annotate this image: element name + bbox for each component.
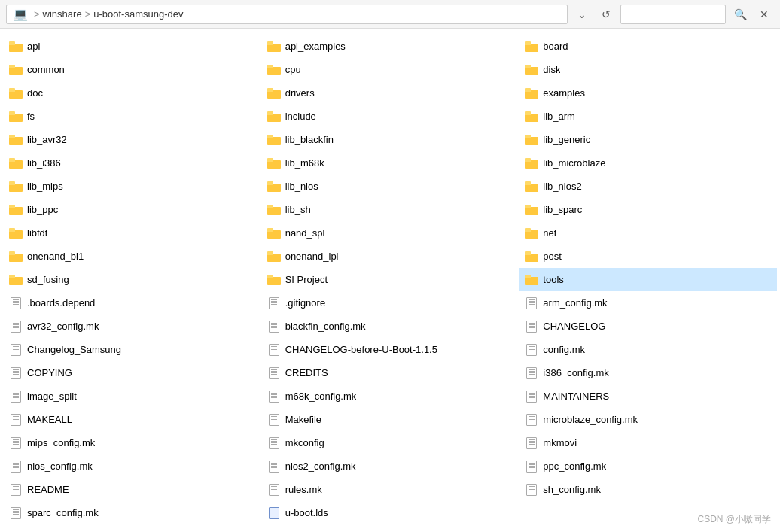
list-item[interactable]: lib_ppc	[3, 198, 261, 221]
path-part-uboot[interactable]: u-boot-samsung-dev	[93, 8, 183, 20]
list-item[interactable]: disk	[519, 58, 777, 81]
folder-icon	[525, 63, 538, 77]
list-item[interactable]: u-boot.lds	[261, 501, 519, 524]
file-icon	[9, 390, 23, 403]
list-item[interactable]: Changelog_Samsung	[3, 338, 261, 361]
file-icon	[525, 413, 538, 427]
search-button[interactable]: 🔍	[730, 5, 750, 24]
list-item[interactable]: include	[261, 105, 519, 128]
list-item[interactable]: MAKEALL	[3, 408, 261, 431]
path-part-winshare[interactable]: winshare	[43, 8, 82, 20]
list-item[interactable]: Makefile	[261, 408, 519, 431]
list-item[interactable]: sh_config.mk	[519, 478, 777, 501]
list-item[interactable]: examples	[519, 81, 777, 105]
file-name-label: CHANGELOG	[543, 321, 605, 332]
list-item[interactable]: lib_m68k	[261, 151, 519, 175]
list-item[interactable]: cpu	[261, 58, 519, 81]
list-item[interactable]: CREDITS	[261, 361, 519, 385]
list-item[interactable]: lib_microblaze	[519, 151, 777, 175]
list-item[interactable]: nand_spl	[261, 221, 519, 245]
file-name-label: doc	[27, 87, 43, 99]
list-item[interactable]: i386_config.mk	[519, 361, 777, 385]
list-item[interactable]: onenand_ipl	[261, 245, 519, 268]
file-icon	[267, 460, 281, 473]
list-item[interactable]: fs	[3, 105, 261, 128]
list-item[interactable]: SI Project	[261, 268, 519, 291]
list-item[interactable]: libfdt	[3, 221, 261, 245]
list-item[interactable]: image_split	[3, 385, 261, 408]
list-item[interactable]: nios2_config.mk	[261, 454, 519, 478]
file-name-label: README	[27, 484, 69, 495]
folder-icon	[9, 250, 23, 263]
list-item[interactable]: common	[3, 58, 261, 81]
search-input[interactable]	[620, 5, 726, 24]
file-icon	[525, 320, 538, 333]
list-item[interactable]: .boards.depend	[3, 291, 261, 315]
folder-icon	[267, 40, 281, 53]
file-name-label: board	[543, 41, 568, 52]
list-item[interactable]: mips_config.mk	[3, 431, 261, 454]
file-name-label: lib_nios2	[543, 181, 581, 192]
folder-icon	[9, 133, 23, 147]
list-item[interactable]: mkmovi	[519, 431, 777, 454]
folder-icon	[9, 180, 23, 193]
list-item[interactable]: drivers	[261, 81, 519, 105]
list-item[interactable]: lib_nios	[261, 175, 519, 198]
list-item[interactable]: lib_i386	[3, 151, 261, 175]
list-item[interactable]: tools	[519, 268, 777, 291]
list-item[interactable]: ppc_config.mk	[519, 454, 777, 478]
refresh-button[interactable]: ↺	[596, 5, 616, 24]
list-item[interactable]: CHANGELOG	[519, 315, 777, 338]
folder-icon	[267, 203, 281, 217]
list-item[interactable]: api	[3, 35, 261, 58]
list-item[interactable]: nios_config.mk	[3, 454, 261, 478]
list-item[interactable]: arm_config.mk	[519, 291, 777, 315]
list-item[interactable]: lib_nios2	[519, 175, 777, 198]
list-item[interactable]: mkconfig	[261, 431, 519, 454]
list-item[interactable]: lib_generic	[519, 128, 777, 151]
list-item[interactable]: microblaze_config.mk	[519, 408, 777, 431]
list-item[interactable]: blackfin_config.mk	[261, 315, 519, 338]
path-display[interactable]: 💻 > winshare > u-boot-samsung-dev	[6, 5, 568, 24]
list-item[interactable]: doc	[3, 81, 261, 105]
dropdown-button[interactable]: ⌄	[572, 5, 592, 24]
list-item[interactable]: post	[519, 245, 777, 268]
file-name-label: config.mk	[543, 344, 585, 355]
list-item[interactable]: sd_fusing	[3, 268, 261, 291]
list-item[interactable]: lib_sparc	[519, 198, 777, 221]
list-item[interactable]: lib_avr32	[3, 128, 261, 151]
list-item[interactable]: config.mk	[519, 338, 777, 361]
file-icon	[9, 296, 23, 310]
file-name-label: fs	[27, 111, 35, 122]
list-item[interactable]: avr32_config.mk	[3, 315, 261, 338]
list-item[interactable]: sparc_config.mk	[3, 501, 261, 524]
file-name-label: ppc_config.mk	[543, 461, 606, 472]
file-name-label: common	[27, 64, 65, 75]
list-item[interactable]: onenand_bl1	[3, 245, 261, 268]
list-item[interactable]: .gitignore	[261, 291, 519, 315]
list-item[interactable]: net	[519, 221, 777, 245]
file-name-label: lib_i386	[27, 157, 61, 169]
list-item[interactable]: rules.mk	[261, 478, 519, 501]
file-icon	[525, 343, 538, 357]
list-item[interactable]: MAINTAINERS	[519, 385, 777, 408]
file-name-label: onenand_ipl	[285, 251, 339, 262]
path-part-root: 💻	[13, 7, 28, 21]
list-item[interactable]: COPYING	[3, 361, 261, 385]
list-item[interactable]: lib_arm	[519, 105, 777, 128]
file-icon	[267, 483, 281, 497]
file-name-label: mkconfig	[285, 437, 324, 448]
close-button[interactable]: ✕	[754, 5, 774, 24]
file-name-label: nios2_config.mk	[285, 461, 356, 472]
list-item[interactable]: README	[3, 478, 261, 501]
list-item[interactable]: lib_blackfin	[261, 128, 519, 151]
folder-icon	[525, 180, 538, 193]
list-item[interactable]: CHANGELOG-before-U-Boot-1.1.5	[261, 338, 519, 361]
list-item[interactable]: lib_sh	[261, 198, 519, 221]
list-item[interactable]: board	[519, 35, 777, 58]
list-item[interactable]: lib_mips	[3, 175, 261, 198]
file-special-icon	[267, 506, 281, 520]
folder-icon	[267, 87, 281, 100]
list-item[interactable]: m68k_config.mk	[261, 385, 519, 408]
list-item[interactable]: api_examples	[261, 35, 519, 58]
